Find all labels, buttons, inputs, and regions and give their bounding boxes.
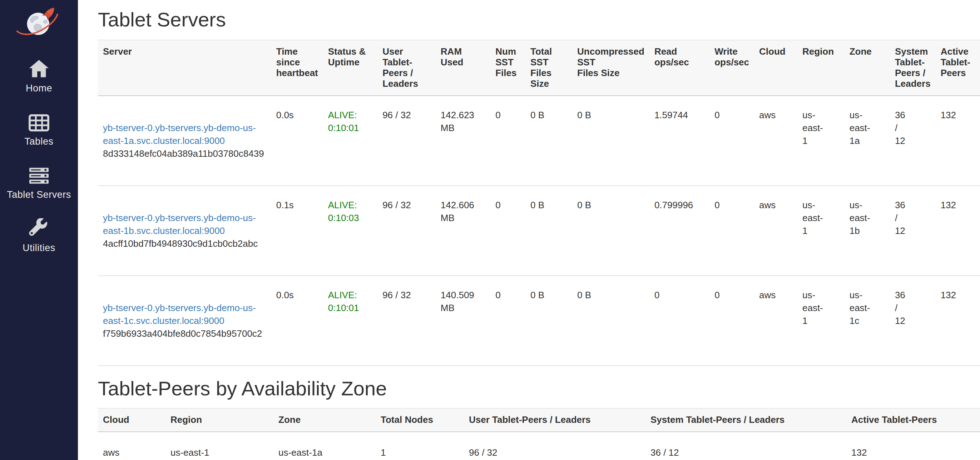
write-ops-cell: 0 xyxy=(710,276,754,366)
uncompressed-sst-size-cell: 0 B xyxy=(572,276,649,366)
status-uptime-cell: ALIVE: 0:10:01 xyxy=(323,96,377,186)
col-header-num-sst-files: Num SST Files xyxy=(490,40,525,96)
col-header-server: Server xyxy=(98,40,271,96)
ram-used-cell: 142.606 MB xyxy=(436,186,490,276)
tablet-servers-table: Server Time since heartbeat Status & Upt… xyxy=(98,40,980,366)
tables-icon xyxy=(28,111,50,133)
uncompressed-sst-size-cell: 0 B xyxy=(572,96,649,186)
cloud-cell: aws xyxy=(754,96,797,186)
col-header-region: Region xyxy=(797,40,845,96)
table-row: yb-tserver-0.yb-tservers.yb-demo-us-east… xyxy=(98,186,980,276)
server-uuid: f759b6933a404bfe8d0c7854b95700c2 xyxy=(103,327,266,340)
time-since-heartbeat-cell: 0.1s xyxy=(271,186,323,276)
sidebar-item-utilities[interactable]: Utilities xyxy=(0,217,78,271)
page-title-tablet-peers-by-az: Tablet-Peers by Availability Zone xyxy=(98,378,980,399)
col-header-total-nodes: Total Nodes xyxy=(375,408,464,432)
home-icon xyxy=(28,58,50,79)
time-since-heartbeat-cell: 0.0s xyxy=(271,96,323,186)
sidebar-item-label: Tablet Servers xyxy=(7,189,71,200)
num-sst-files-cell: 0 xyxy=(490,276,525,366)
user-tablet-peers-cell: 96 / 32 xyxy=(377,96,436,186)
status-uptime-cell: ALIVE: 0:10:01 xyxy=(323,276,377,366)
sidebar-item-home[interactable]: Home xyxy=(0,58,78,111)
total-sst-size-cell: 0 B xyxy=(525,276,572,366)
write-ops-cell: 0 xyxy=(710,186,754,276)
ram-used-cell: 140.509 MB xyxy=(436,276,490,366)
user-tablet-peers-cell: 96 / 32 xyxy=(464,432,646,460)
col-header-system-tablet-peers: System Tablet-Peers / Leaders xyxy=(646,408,846,432)
col-header-time-since-heartbeat: Time since heartbeat xyxy=(271,40,323,96)
server-uuid: 8d333148efc04ab389a11b03780c8439 xyxy=(103,147,266,160)
active-tablet-peers-cell: 132 xyxy=(936,276,980,366)
server-cell: yb-tserver-0.yb-tservers.yb-demo-us-east… xyxy=(98,276,271,366)
cloud-cell: aws xyxy=(754,186,797,276)
total-sst-size-cell: 0 B xyxy=(525,186,572,276)
system-tablet-peers-cell: 36 / 12 xyxy=(890,276,936,366)
active-tablet-peers-cell: 132 xyxy=(936,96,980,186)
az-header-row: Cloud Region Zone Total Nodes User Table… xyxy=(98,408,980,432)
read-ops-cell: 0 xyxy=(649,276,710,366)
table-row: yb-tserver-0.yb-tservers.yb-demo-us-east… xyxy=(98,276,980,366)
col-header-active-tablet-peers: Active Tablet-Peers xyxy=(846,408,980,432)
active-tablet-peers-cell: 132 xyxy=(936,186,980,276)
sidebar-item-label: Tables xyxy=(24,136,53,147)
utilities-icon xyxy=(28,217,50,239)
tablet-servers-header-row: Server Time since heartbeat Status & Upt… xyxy=(98,40,980,96)
sidebar: Home Tables xyxy=(0,0,78,460)
total-sst-size-cell: 0 B xyxy=(525,96,572,186)
region-cell: us- east- 1 xyxy=(797,276,845,366)
col-header-zone: Zone xyxy=(274,408,375,432)
region-cell: us-east-1 xyxy=(165,432,274,460)
read-ops-cell: 0.799996 xyxy=(649,186,710,276)
num-sst-files-cell: 0 xyxy=(490,186,525,276)
app-window: Home Tables xyxy=(0,0,980,460)
uncompressed-sst-size-cell: 0 B xyxy=(572,186,649,276)
col-header-total-sst-size: Total SST Files Size xyxy=(525,40,572,96)
server-link[interactable]: yb-tserver-0.yb-tservers.yb-demo-us-east… xyxy=(103,213,256,236)
region-cell: us- east- 1 xyxy=(797,186,845,276)
server-uuid: 4acff10bd7fb4948930c9d1cb0cb2abc xyxy=(103,237,266,250)
user-tablet-peers-cell: 96 / 32 xyxy=(377,276,436,366)
yugabyte-logo-icon xyxy=(12,6,66,38)
col-header-read-ops: Read ops/sec xyxy=(649,40,710,96)
table-row: aws us-east-1 us-east-1a 1 96 / 32 36 / … xyxy=(98,432,980,460)
sidebar-item-label: Home xyxy=(26,83,52,94)
col-header-write-ops: Write ops/sec xyxy=(710,40,754,96)
system-tablet-peers-cell: 36 / 12 xyxy=(890,186,936,276)
server-link[interactable]: yb-tserver-0.yb-tservers.yb-demo-us-east… xyxy=(103,303,256,326)
col-header-cloud: Cloud xyxy=(754,40,797,96)
col-header-uncompressed-sst-size: Uncompressed SST Files Size xyxy=(572,40,649,96)
server-cell: yb-tserver-0.yb-tservers.yb-demo-us-east… xyxy=(98,186,271,276)
col-header-region: Region xyxy=(165,408,274,432)
status-uptime-cell: ALIVE: 0:10:03 xyxy=(323,186,377,276)
yugabyte-logo[interactable] xyxy=(12,6,66,38)
tablet-servers-icon xyxy=(28,164,50,186)
col-header-cloud: Cloud xyxy=(98,408,165,432)
sidebar-nav: Home Tables xyxy=(0,58,78,271)
col-header-user-tablet-peers: User Tablet- Peers / Leaders xyxy=(377,40,436,96)
server-cell: yb-tserver-0.yb-tservers.yb-demo-us-east… xyxy=(98,96,271,186)
col-header-system-tablet-peers: System Tablet- Peers / Leaders xyxy=(890,40,936,96)
zone-cell: us- east- 1b xyxy=(845,186,890,276)
sidebar-item-tables[interactable]: Tables xyxy=(0,111,78,164)
zone-cell: us-east-1a xyxy=(274,432,375,460)
zone-cell: us- east- 1c xyxy=(845,276,890,366)
num-sst-files-cell: 0 xyxy=(490,96,525,186)
page-title-tablet-servers: Tablet Servers xyxy=(98,9,980,30)
tablet-peers-by-az-table: Cloud Region Zone Total Nodes User Table… xyxy=(98,408,980,460)
active-tablet-peers-cell: 132 xyxy=(846,432,980,460)
col-header-status-uptime: Status & Uptime xyxy=(323,40,377,96)
read-ops-cell: 1.59744 xyxy=(649,96,710,186)
col-header-user-tablet-peers: User Tablet-Peers / Leaders xyxy=(464,408,646,432)
main-content: Tablet Servers Server Time since heartbe… xyxy=(78,0,980,460)
system-tablet-peers-cell: 36 / 12 xyxy=(646,432,846,460)
server-link[interactable]: yb-tserver-0.yb-tservers.yb-demo-us-east… xyxy=(103,122,256,146)
sidebar-item-label: Utilities xyxy=(22,243,56,254)
ram-used-cell: 142.623 MB xyxy=(436,96,490,186)
user-tablet-peers-cell: 96 / 32 xyxy=(377,186,436,276)
time-since-heartbeat-cell: 0.0s xyxy=(271,276,323,366)
col-header-ram-used: RAM Used xyxy=(436,40,490,96)
write-ops-cell: 0 xyxy=(710,96,754,186)
region-cell: us- east- 1 xyxy=(797,96,845,186)
sidebar-item-tablet-servers[interactable]: Tablet Servers xyxy=(0,164,78,217)
